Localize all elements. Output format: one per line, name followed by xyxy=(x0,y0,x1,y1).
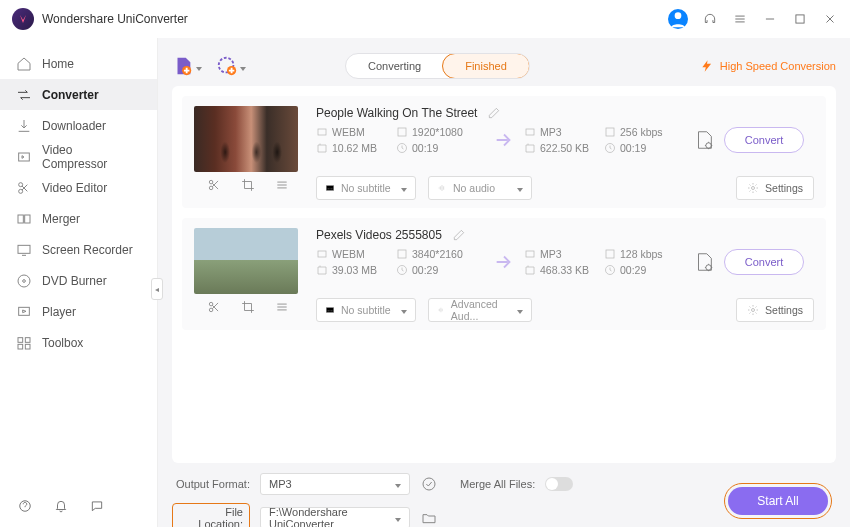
output-format-select[interactable]: MP3 xyxy=(260,473,410,495)
add-folder-button[interactable] xyxy=(216,55,246,77)
dst-size: 622.50 KB xyxy=(524,142,604,154)
svg-point-8 xyxy=(18,275,30,287)
sidebar-item-recorder[interactable]: Screen Recorder xyxy=(0,234,157,265)
more-icon[interactable] xyxy=(275,300,289,314)
subtitle-select[interactable]: No subtitle xyxy=(316,176,416,200)
output-settings-icon[interactable] xyxy=(684,129,724,151)
sidebar-item-player[interactable]: Player xyxy=(0,296,157,327)
svg-rect-5 xyxy=(18,215,23,223)
svg-point-40 xyxy=(752,309,755,312)
edit-icon[interactable] xyxy=(487,106,501,120)
svg-rect-19 xyxy=(318,129,326,135)
file-title: People Walking On The Street xyxy=(316,106,477,120)
file-location-select[interactable]: F:\Wondershare UniConverter xyxy=(260,507,410,527)
convert-button[interactable]: Convert xyxy=(724,249,804,275)
svg-point-41 xyxy=(423,478,435,490)
app-logo xyxy=(12,8,34,30)
titlebar: Wondershare UniConverter xyxy=(0,0,850,38)
settings-button[interactable]: Settings xyxy=(736,176,814,200)
svg-point-9 xyxy=(23,279,26,282)
sidebar-item-converter[interactable]: Converter xyxy=(0,79,157,110)
more-icon[interactable] xyxy=(275,178,289,192)
output-format-label: Output Format: xyxy=(172,478,250,490)
svg-rect-6 xyxy=(25,215,30,223)
convert-button[interactable]: Convert xyxy=(724,127,804,153)
crop-icon[interactable] xyxy=(241,178,255,192)
sidebar-collapse-handle[interactable]: ◂ xyxy=(151,278,163,300)
audio-select[interactable]: Advanced Aud... xyxy=(428,298,532,322)
svg-rect-33 xyxy=(606,250,614,258)
start-all-button[interactable]: Start All xyxy=(728,487,828,515)
svg-rect-22 xyxy=(606,128,614,136)
high-speed-conversion-button[interactable]: High Speed Conversion xyxy=(700,59,836,73)
dst-size: 468.33 KB xyxy=(524,264,604,276)
sidebar-item-home[interactable]: Home xyxy=(0,48,157,79)
close-button[interactable] xyxy=(822,11,838,27)
trim-icon[interactable] xyxy=(207,300,221,314)
src-size: 39.03 MB xyxy=(316,264,396,276)
subtitle-select[interactable]: No subtitle xyxy=(316,298,416,322)
src-duration: 00:19 xyxy=(396,142,484,154)
open-folder-icon[interactable] xyxy=(420,509,438,527)
tab-converting[interactable]: Converting xyxy=(346,54,443,78)
tab-finished[interactable]: Finished xyxy=(442,53,530,79)
svg-point-34 xyxy=(706,265,712,271)
output-settings-icon[interactable] xyxy=(684,251,724,273)
src-resolution: 1920*1080 xyxy=(396,126,484,138)
crop-icon[interactable] xyxy=(241,300,255,314)
svg-rect-13 xyxy=(18,344,23,349)
sidebar-item-dvd[interactable]: DVD Burner xyxy=(0,265,157,296)
sidebar-item-merger[interactable]: Merger xyxy=(0,203,157,234)
menu-icon[interactable] xyxy=(732,11,748,27)
svg-rect-32 xyxy=(526,251,534,257)
toolbar: Converting Finished High Speed Conversio… xyxy=(172,46,836,86)
tabs: Converting Finished xyxy=(345,53,530,79)
edit-icon[interactable] xyxy=(452,228,466,242)
file-title: Pexels Videos 2555805 xyxy=(316,228,442,242)
minimize-button[interactable] xyxy=(762,11,778,27)
svg-point-29 xyxy=(752,187,755,190)
format-info-icon[interactable] xyxy=(420,475,438,493)
add-file-button[interactable] xyxy=(172,55,202,77)
svg-rect-12 xyxy=(25,337,30,342)
svg-point-23 xyxy=(706,143,712,149)
dst-format: MP3 xyxy=(524,248,604,260)
app-title: Wondershare UniConverter xyxy=(42,12,668,26)
footer: Output Format: MP3 Merge All Files: File… xyxy=(172,463,836,527)
dst-duration: 00:19 xyxy=(604,142,684,154)
chevron-down-icon xyxy=(196,57,202,75)
src-size: 10.62 MB xyxy=(316,142,396,154)
merge-toggle[interactable] xyxy=(545,477,573,491)
feedback-icon[interactable] xyxy=(88,497,106,515)
trim-icon[interactable] xyxy=(207,178,221,192)
sidebar-item-toolbox[interactable]: Toolbox xyxy=(0,327,157,358)
arrow-icon xyxy=(484,251,524,273)
file-card: Pexels Videos 2555805 WEBM 3840*2160 MP3… xyxy=(182,218,826,330)
svg-rect-30 xyxy=(318,251,326,257)
sidebar-item-editor[interactable]: Video Editor xyxy=(0,172,157,203)
maximize-button[interactable] xyxy=(792,11,808,27)
user-avatar-icon[interactable] xyxy=(668,9,688,29)
audio-select[interactable]: No audio xyxy=(428,176,532,200)
settings-button[interactable]: Settings xyxy=(736,298,814,322)
thumbnail[interactable] xyxy=(194,106,298,172)
help-icon[interactable] xyxy=(16,497,34,515)
svg-rect-14 xyxy=(25,344,30,349)
sidebar-item-compressor[interactable]: Video Compressor xyxy=(0,141,157,172)
file-location-label: File Location: xyxy=(172,503,250,527)
chevron-down-icon xyxy=(240,57,246,75)
sidebar: Home Converter Downloader Video Compress… xyxy=(0,38,158,527)
svg-point-0 xyxy=(675,12,682,19)
main: Converting Finished High Speed Conversio… xyxy=(158,38,850,527)
svg-rect-39 xyxy=(326,308,334,313)
svg-rect-7 xyxy=(18,245,30,253)
thumbnail[interactable] xyxy=(194,228,298,294)
headset-icon[interactable] xyxy=(702,11,718,27)
svg-rect-21 xyxy=(526,129,534,135)
svg-rect-20 xyxy=(398,128,406,136)
src-resolution: 3840*2160 xyxy=(396,248,484,260)
src-format: WEBM xyxy=(316,126,396,138)
sidebar-item-downloader[interactable]: Downloader xyxy=(0,110,157,141)
bell-icon[interactable] xyxy=(52,497,70,515)
dst-duration: 00:29 xyxy=(604,264,684,276)
